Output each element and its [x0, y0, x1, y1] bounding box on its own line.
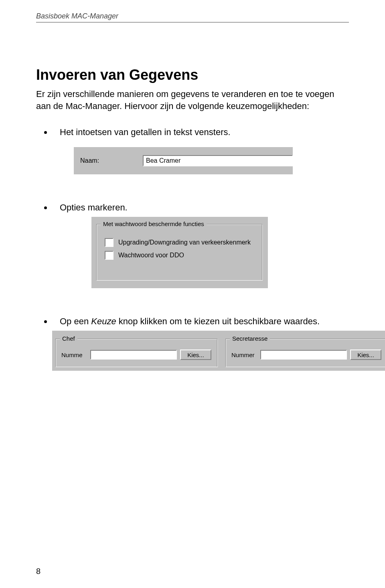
running-header: Basisboek MAC-Manager [36, 12, 349, 20]
checkbox-label: Upgrading/Downgrading van verkeerskenmer… [118, 239, 251, 246]
bullet-item: Opties markeren. [44, 202, 349, 213]
bullet-text-pre: Op een [60, 316, 91, 326]
name-input[interactable] [143, 155, 293, 166]
name-field-screenshot: Naam: [74, 147, 293, 174]
chef-group: Chef Numme Kies... [55, 339, 217, 367]
secretaresse-legend: Secretaresse [230, 335, 270, 342]
bullet-item: Het intoetsen van getallen in tekst vens… [44, 127, 349, 137]
checkbox-screenshot: Met wachtwoord beschermde functies Upgra… [91, 217, 268, 288]
header-divider [36, 22, 349, 22]
bullet-text: Opties markeren. [60, 202, 349, 213]
keuze-screenshot: Chef Numme Kies... Secretaresse Nummer K… [52, 331, 385, 371]
checkbox-row: Upgrading/Downgrading van verkeerskenmer… [105, 238, 256, 247]
checkbox-label: Wachtwoord voor DDO [118, 252, 184, 259]
bullet-text: Het intoetsen van getallen in tekst vens… [60, 127, 349, 137]
password-protected-group: Met wachtwoord beschermde functies Upgra… [96, 224, 262, 280]
bullet-text: Op een Keuze knop klikken om te kiezen u… [60, 316, 349, 327]
bullet-dot-icon [44, 131, 47, 134]
bullet-text-italic: Keuze [91, 316, 116, 326]
secretaresse-kies-button[interactable]: Kies... [350, 350, 381, 360]
page-number: 8 [36, 567, 41, 576]
checkbox-ddo[interactable] [105, 251, 113, 260]
bullet-item: Op een Keuze knop klikken om te kiezen u… [44, 316, 349, 327]
secretaresse-group: Secretaresse Nummer Kies... [225, 339, 385, 367]
page-title: Invoeren van Gegevens [36, 67, 349, 83]
secretaresse-number-input[interactable] [260, 350, 347, 360]
document-page: Basisboek MAC-Manager Invoeren van Gegev… [0, 0, 385, 588]
checkbox-row: Wachtwoord voor DDO [105, 251, 256, 260]
chef-number-label: Numme [61, 352, 87, 358]
intro-paragraph: Er zijn verschillende manieren om gegeve… [36, 88, 349, 112]
bullet-dot-icon [44, 206, 47, 209]
checkbox-upgrading[interactable] [105, 238, 113, 247]
group-legend: Met wachtwoord beschermde functies [101, 220, 207, 227]
name-label: Naam: [80, 157, 143, 164]
bullet-dot-icon [44, 320, 47, 323]
chef-legend: Chef [60, 335, 77, 342]
bullet-text-post: knop klikken om te kiezen uit beschikbar… [116, 316, 320, 326]
chef-kies-button[interactable]: Kies... [180, 350, 211, 360]
secretaresse-number-label: Nummer [231, 352, 257, 358]
chef-number-input[interactable] [90, 350, 177, 360]
